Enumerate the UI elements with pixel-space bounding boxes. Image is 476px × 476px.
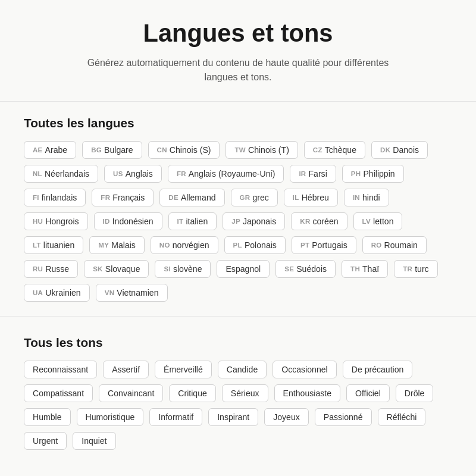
language-tag[interactable]: SIslovène <box>155 260 211 278</box>
language-code: FR <box>177 170 186 177</box>
tone-tag[interactable]: Occasionnel <box>273 361 336 378</box>
language-tag[interactable]: CZTchèque <box>304 141 365 159</box>
language-code: TW <box>234 146 246 154</box>
language-name: Français <box>112 193 145 202</box>
language-code: IL <box>293 194 299 201</box>
language-tag[interactable]: ILHébreu <box>284 189 338 206</box>
tone-tag[interactable]: Critique <box>169 384 216 402</box>
language-name: Roumain <box>384 240 418 250</box>
tone-tag[interactable]: Assertif <box>103 361 149 378</box>
language-tag[interactable]: THThaï <box>342 260 388 278</box>
language-code: TR <box>403 265 412 273</box>
language-tag[interactable]: DEAllemand <box>159 189 224 206</box>
language-tag[interactable]: TWChinois (T) <box>226 141 298 159</box>
language-tag[interactable]: UAUkrainien <box>24 284 90 302</box>
language-tag[interactable]: KRcoréen <box>291 212 347 230</box>
language-name: Hébreu <box>302 193 329 202</box>
language-code: DE <box>168 194 178 201</box>
language-code: GR <box>240 194 250 201</box>
language-tag[interactable]: PTPortugais <box>292 236 356 254</box>
tone-tag[interactable]: De précaution <box>343 361 413 378</box>
language-name: Allemand <box>181 193 216 202</box>
language-tag[interactable]: SESuédois <box>275 260 336 278</box>
language-tag[interactable]: LTlituanien <box>24 236 83 254</box>
language-tag[interactable]: CNChinois (S) <box>148 141 220 159</box>
language-tag[interactable]: JPJaponais <box>223 212 285 230</box>
tone-name: Inspirant <box>217 412 249 422</box>
tone-name: Officiel <box>355 389 381 398</box>
language-name: Anglais (Royaume-Uni) <box>189 169 275 178</box>
language-code: NO <box>159 242 170 249</box>
language-name: Chinois (S) <box>170 145 211 155</box>
tone-tag[interactable]: Humble <box>24 408 71 426</box>
language-code: TH <box>350 265 360 273</box>
language-tag[interactable]: RORoumain <box>362 236 427 254</box>
tone-tag[interactable]: Reconnaissant <box>24 361 97 378</box>
language-name: Arabe <box>45 145 68 155</box>
language-tag[interactable]: NLNéerlandais <box>24 165 98 183</box>
header-divider <box>0 101 476 102</box>
tone-tag[interactable]: Sérieux <box>222 384 268 402</box>
language-code: PT <box>300 242 309 249</box>
tone-name: Assertif <box>112 365 140 374</box>
tone-name: Informatif <box>158 412 193 422</box>
language-tag[interactable]: PHPhilippin <box>342 165 404 183</box>
language-tag[interactable]: HUHongrois <box>24 212 88 230</box>
language-tag[interactable]: USAnglais <box>104 165 162 183</box>
tone-tag[interactable]: Officiel <box>346 384 390 402</box>
tone-tag[interactable]: Drôle <box>396 384 434 402</box>
tone-tag[interactable]: Inspirant <box>208 408 258 426</box>
language-code: KR <box>300 218 310 225</box>
tone-name: De précaution <box>352 365 404 374</box>
language-code: JP <box>231 218 240 225</box>
language-tag[interactable]: FRFrançais <box>92 189 154 206</box>
tone-tag[interactable]: Compatissant <box>24 384 93 402</box>
language-tag[interactable]: IDIndonésien <box>94 212 162 230</box>
language-tag[interactable]: Espagnol <box>217 260 270 278</box>
language-code: VN <box>105 289 115 296</box>
language-tag[interactable]: DKDanois <box>371 141 428 159</box>
language-tag[interactable]: NOnorvégien <box>151 236 218 254</box>
language-name: Farsi <box>309 169 327 178</box>
tone-tag[interactable]: Informatif <box>149 408 202 426</box>
tone-tag[interactable]: Candide <box>218 361 267 378</box>
language-name: finlandais <box>42 193 77 202</box>
tone-tag[interactable]: Urgent <box>24 432 67 450</box>
tones-section: Tous les tons ReconnaissantAssertifÉmerv… <box>0 331 476 469</box>
language-tag[interactable]: INhindi <box>344 189 389 206</box>
language-code: CN <box>157 146 167 154</box>
language-code: IR <box>299 170 306 177</box>
tone-tag[interactable]: Humoristique <box>77 408 144 426</box>
language-name: lituanien <box>43 240 74 250</box>
language-tag[interactable]: ITitalien <box>168 212 217 230</box>
language-name: norvégien <box>173 240 209 250</box>
language-name: Tchèque <box>325 145 356 155</box>
language-tag[interactable]: SKSlovaque <box>84 260 149 278</box>
tone-tag[interactable]: Convaincant <box>99 384 163 402</box>
languages-section: Toutes les langues AEArabeBGBulgareCNChi… <box>0 116 476 316</box>
tones-tags: ReconnaissantAssertifÉmerveilléCandideOc… <box>24 361 452 450</box>
language-tag[interactable]: PLPolonais <box>224 236 286 254</box>
tone-tag[interactable]: Réfléchi <box>378 408 426 426</box>
language-tag[interactable]: MYMalais <box>89 236 145 254</box>
language-tag[interactable]: BGBulgare <box>82 141 142 159</box>
tone-tag[interactable]: Enthousiaste <box>274 384 340 402</box>
language-name: Russe <box>45 264 69 274</box>
language-tag[interactable]: RURusse <box>24 260 78 278</box>
language-tag[interactable]: GRgrec <box>231 189 278 206</box>
tone-tag[interactable]: Inquiet <box>73 432 115 450</box>
language-name: italien <box>186 217 208 226</box>
language-tag[interactable]: TRturc <box>394 260 437 278</box>
language-tag[interactable]: AEArabe <box>24 141 76 159</box>
language-tag[interactable]: LVletton <box>353 212 403 230</box>
tone-tag[interactable]: Passionné <box>315 408 372 426</box>
language-code: US <box>113 170 123 177</box>
language-tag[interactable]: FRAnglais (Royaume-Uni) <box>168 165 284 183</box>
language-name: coréen <box>313 217 339 226</box>
language-tag[interactable]: FIfinlandais <box>24 189 86 206</box>
tone-tag[interactable]: Émerveillé <box>155 361 212 378</box>
language-tag[interactable]: VNVietnamien <box>96 284 168 302</box>
language-tag[interactable]: IRFarsi <box>290 165 336 183</box>
tone-tag[interactable]: Joyeux <box>264 408 309 426</box>
language-code: CZ <box>313 146 322 154</box>
